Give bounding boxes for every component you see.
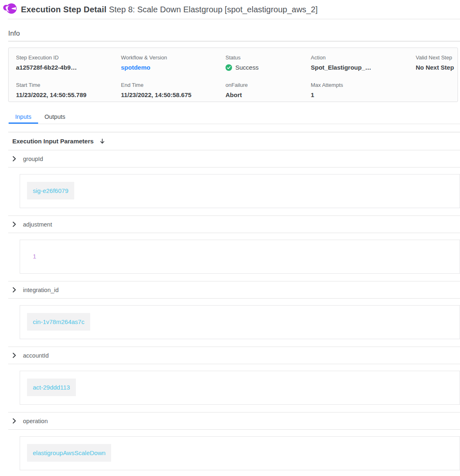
param-section-integration-id: integration_id cin-1v78m264as7c [8, 281, 460, 339]
param-name: adjustment [23, 221, 52, 228]
field-label: Action [311, 54, 416, 61]
field-value: No Next Step [416, 64, 458, 71]
workflow-link[interactable]: spotdemo [121, 64, 225, 71]
field-value: a125728f-6b22-4b9… [16, 64, 121, 71]
param-section-accountid: accountId act-29ddd113 [8, 347, 460, 405]
header-divider [8, 19, 460, 19]
param-value-panel: sig-e26f6079 [20, 174, 460, 208]
field-workflow-version: Workflow & Version spotdemo [121, 54, 225, 75]
divider [8, 364, 460, 364]
param-row-integration-id[interactable]: integration_id [8, 281, 460, 298]
chevron-right-icon [11, 418, 17, 424]
tab-inputs[interactable]: Inputs [9, 109, 38, 124]
param-value-panel: act-29ddd113 [20, 371, 460, 405]
params-title: Execution Input Parameters [12, 138, 93, 145]
param-name: operation [23, 418, 48, 424]
page-header: Execution Step Detail Step 8: Scale Down… [0, 0, 460, 19]
field-valid-next-step: Valid Next Step No Next Step [416, 54, 458, 75]
page-subtitle: Step 8: Scale Down Elastgroup [spot_elas… [109, 5, 318, 14]
params-header: Execution Input Parameters [8, 132, 460, 150]
param-value-chip: elastigroupAwsScaleDown [27, 444, 111, 462]
field-label: Step Execution ID [16, 54, 121, 61]
info-section-heading: Info [8, 29, 460, 38]
divider [8, 298, 460, 299]
field-value: 11/23/2022, 14:50:55.789 [16, 91, 121, 98]
field-value: Abort [225, 91, 311, 98]
param-row-operation[interactable]: operation [8, 413, 460, 429]
param-value-panel: cin-1v78m264as7c [20, 305, 460, 339]
field-status: Status Success [225, 54, 311, 75]
field-step-execution-id: Step Execution ID a125728f-6b22-4b9… [16, 54, 121, 75]
divider [8, 429, 460, 430]
info-card: Step Execution ID a125728f-6b22-4b9… Wor… [8, 48, 458, 102]
field-value: 1 [311, 91, 416, 98]
param-value-chip: sig-e26f6079 [27, 182, 74, 199]
tab-outputs[interactable]: Outputs [38, 109, 72, 124]
param-name: integration_id [23, 287, 59, 293]
field-value: Spot_Elastigroup_… [311, 64, 416, 71]
info-divider [8, 41, 460, 41]
field-label: Valid Next Step [416, 54, 458, 61]
field-max-attempts: Max Attempts 1 [311, 82, 416, 102]
param-value-panel: elastigroupAwsScaleDown [20, 436, 460, 470]
divider [8, 167, 460, 168]
chevron-right-icon [11, 353, 17, 358]
param-value-chip: cin-1v78m264as7c [27, 313, 90, 331]
field-label: Start Time [16, 82, 121, 88]
param-section-adjustment: adjustment 1 [8, 215, 460, 274]
field-label: Status [225, 54, 311, 61]
param-value-panel: 1 [20, 240, 460, 274]
field-start-time: Start Time 11/23/2022, 14:50:55.789 [16, 82, 121, 102]
field-label: Max Attempts [311, 82, 416, 88]
param-name: groupId [23, 156, 43, 162]
divider [8, 233, 460, 233]
param-row-adjustment[interactable]: adjustment [8, 216, 460, 233]
chevron-right-icon [11, 287, 17, 292]
success-check-icon [225, 64, 232, 71]
chevron-right-icon [11, 156, 17, 161]
field-onfailure: onFailure Abort [225, 82, 311, 102]
param-section-groupid: groupId sig-e26f6079 [8, 150, 460, 208]
field-value: 11/23/2022, 14:50:58.675 [121, 91, 225, 98]
status-text: Success [235, 64, 259, 71]
param-value-number: 1 [27, 247, 42, 265]
field-label: onFailure [225, 82, 311, 88]
field-action: Action Spot_Elastigroup_… [311, 54, 416, 75]
field-label: Workflow & Version [121, 54, 225, 61]
param-row-accountid[interactable]: accountId [8, 347, 460, 364]
field-label: End Time [121, 82, 225, 88]
field-end-time: End Time 11/23/2022, 14:50:58.675 [121, 82, 225, 102]
tab-bar: Inputs Outputs [9, 109, 460, 124]
param-name: accountId [23, 352, 49, 359]
page-title: Execution Step Detail [21, 5, 107, 14]
param-section-operation: operation elastigroupAwsScaleDown [8, 412, 460, 470]
param-row-groupid[interactable]: groupId [8, 150, 460, 167]
spot-logo-icon [3, 2, 17, 17]
chevron-right-icon [11, 222, 17, 227]
arrow-down-icon[interactable] [99, 138, 105, 145]
param-value-chip: act-29ddd113 [27, 379, 76, 396]
